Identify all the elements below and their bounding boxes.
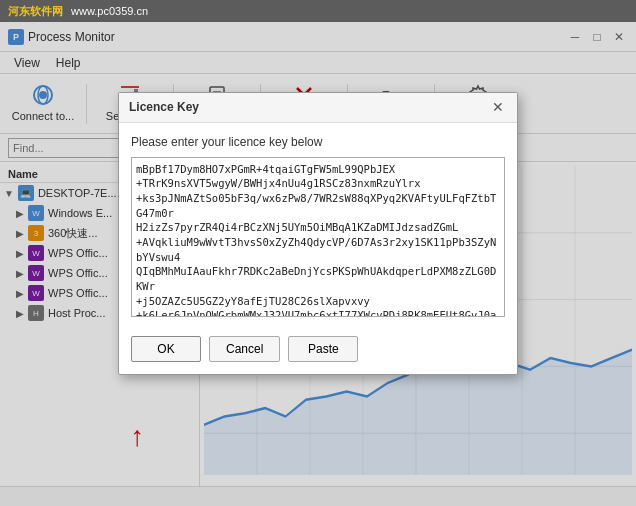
license-dialog: Licence Key ✕ Please enter your licence … bbox=[118, 92, 518, 375]
red-arrow-icon: ↓ bbox=[130, 426, 144, 454]
dialog-close-button[interactable]: ✕ bbox=[489, 98, 507, 116]
ok-button[interactable]: OK bbox=[131, 336, 201, 362]
paste-button[interactable]: Paste bbox=[288, 336, 358, 362]
dialog-body: Please enter your licence key below mBpB… bbox=[119, 123, 517, 328]
cancel-button[interactable]: Cancel bbox=[209, 336, 280, 362]
arrow-indicator: ↓ bbox=[130, 426, 144, 454]
dialog-description: Please enter your licence key below bbox=[131, 135, 505, 149]
dialog-buttons: OK Cancel Paste bbox=[119, 328, 517, 374]
license-key-input[interactable]: mBpBf17Dym8HO7xPGmR+4tqaiGTgFW5mL99QPbJE… bbox=[131, 157, 505, 317]
dialog-overlay: Licence Key ✕ Please enter your licence … bbox=[0, 0, 636, 506]
dialog-title: Licence Key bbox=[129, 100, 199, 114]
dialog-title-bar: Licence Key ✕ bbox=[119, 93, 517, 123]
